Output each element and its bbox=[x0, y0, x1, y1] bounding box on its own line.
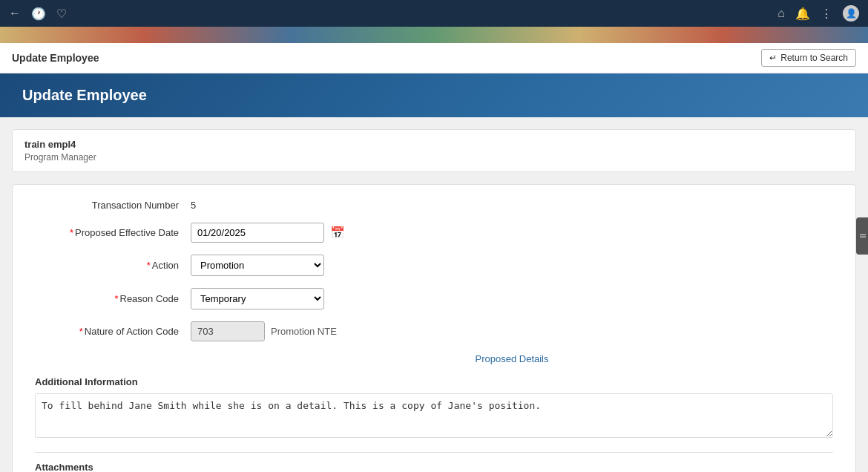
clock-icon[interactable]: 🕐 bbox=[31, 7, 46, 21]
right-handle[interactable]: II bbox=[856, 217, 868, 255]
nature-of-action-code-value: Promotion NTE bbox=[191, 321, 337, 341]
nature-of-action-code-label: Nature of Action Code bbox=[35, 326, 191, 337]
top-nav: ← 🕐 ♡ ⌂ 🔔 ⋮ 👤 bbox=[0, 0, 868, 27]
proposed-effective-date-input[interactable] bbox=[191, 223, 324, 243]
additional-info-title: Additional Information bbox=[35, 376, 833, 387]
bell-icon[interactable]: 🔔 bbox=[795, 7, 810, 21]
back-icon[interactable]: ← bbox=[9, 7, 21, 20]
calendar-icon[interactable]: 📅 bbox=[330, 226, 345, 240]
return-to-search-button[interactable]: ↵ Return to Search bbox=[761, 49, 856, 67]
employee-card: train empl4 Program Manager bbox=[12, 129, 856, 172]
section-header: Update Employee bbox=[0, 73, 868, 117]
avatar-icon[interactable]: 👤 bbox=[843, 5, 859, 22]
reason-code-value: Temporary Permanent Other bbox=[191, 288, 324, 309]
page-header-title: Update Employee bbox=[12, 52, 99, 64]
action-value: Promotion Transfer Reassignment Demotion bbox=[191, 255, 324, 276]
top-nav-right: ⌂ 🔔 ⋮ 👤 bbox=[777, 5, 859, 22]
reason-code-select[interactable]: Temporary Permanent Other bbox=[191, 288, 324, 309]
top-nav-left: ← 🕐 ♡ bbox=[9, 7, 67, 21]
nature-of-action-code-description: Promotion NTE bbox=[271, 326, 337, 337]
transaction-number-label: Transaction Number bbox=[35, 200, 191, 211]
employee-job-title: Program Manager bbox=[24, 152, 844, 163]
action-row: Action Promotion Transfer Reassignment D… bbox=[35, 255, 833, 276]
employee-name: train empl4 bbox=[24, 139, 844, 150]
action-label: Action bbox=[35, 260, 191, 271]
transaction-number: 5 bbox=[191, 200, 196, 211]
proposed-details-link[interactable]: Proposed Details bbox=[476, 353, 549, 364]
proposed-effective-date-row: Proposed Effective Date 📅 bbox=[35, 223, 833, 243]
form-card: Transaction Number 5 Proposed Effective … bbox=[12, 184, 856, 472]
nature-of-action-code-row: Nature of Action Code Promotion NTE bbox=[35, 321, 833, 341]
home-icon[interactable]: ⌂ bbox=[777, 7, 785, 20]
heart-icon[interactable]: ♡ bbox=[56, 7, 67, 21]
return-arrow-icon: ↵ bbox=[769, 53, 777, 63]
proposed-details-row: Proposed Details bbox=[191, 353, 833, 364]
action-select[interactable]: Promotion Transfer Reassignment Demotion bbox=[191, 255, 324, 276]
transaction-number-value: 5 bbox=[191, 200, 196, 211]
attachments-title: Attachments bbox=[35, 462, 833, 472]
proposed-effective-date-label: Proposed Effective Date bbox=[35, 227, 191, 238]
banner-strip bbox=[0, 27, 868, 43]
more-icon[interactable]: ⋮ bbox=[821, 7, 832, 21]
additional-info-section: Additional Information To fill behind Ja… bbox=[35, 376, 833, 440]
main-content: train empl4 Program Manager Transaction … bbox=[0, 129, 868, 472]
page-header: Update Employee ↵ Return to Search bbox=[0, 43, 868, 73]
reason-code-row: Reason Code Temporary Permanent Other bbox=[35, 288, 833, 309]
additional-info-textarea[interactable]: To fill behind Jane Smith while she is o… bbox=[35, 393, 833, 438]
reason-code-label: Reason Code bbox=[35, 293, 191, 304]
attachments-section: Attachments You have not added any Attac… bbox=[35, 452, 833, 472]
nature-of-action-code-input bbox=[191, 321, 265, 341]
proposed-effective-date-value: 📅 bbox=[191, 223, 345, 243]
transaction-number-row: Transaction Number 5 bbox=[35, 200, 833, 211]
section-header-title: Update Employee bbox=[22, 87, 846, 104]
